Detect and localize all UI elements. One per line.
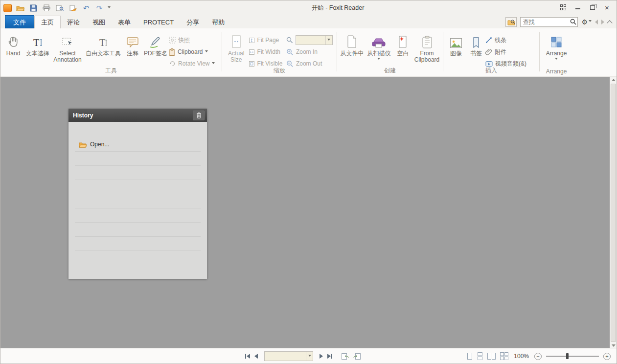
status-bar: 100% − +	[0, 348, 617, 364]
zoom-level-combobox[interactable]	[296, 35, 333, 45]
next-page-button[interactable]	[320, 354, 323, 359]
scroll-down-arrow-icon[interactable]	[612, 344, 616, 347]
save-button[interactable]	[28, 3, 38, 13]
video-audio-icon	[485, 61, 493, 67]
clear-history-button[interactable]	[193, 111, 205, 120]
fit-page-icon	[249, 37, 255, 44]
arrange-button[interactable]: Arrange	[542, 31, 571, 67]
create-from-scanner-label: 从扫描仪	[367, 50, 390, 57]
create-from-clipboard-button[interactable]: From Clipboard	[413, 31, 441, 67]
fit-visible-label: Fit Visible	[257, 61, 283, 67]
folder-open-icon	[16, 4, 24, 11]
app-logo-icon[interactable]	[3, 4, 12, 12]
single-page-view-button[interactable]	[467, 352, 473, 360]
window-title: 开始 - Foxit Reader	[59, 0, 617, 15]
fit-page-button[interactable]: Fit Page	[249, 34, 286, 46]
previous-page-icon	[254, 354, 258, 359]
scanner-icon	[371, 33, 386, 48]
scroll-up-arrow-icon[interactable]	[612, 79, 616, 81]
close-button[interactable]: ×	[600, 2, 614, 12]
zoom-out-circle-button[interactable]: −	[534, 353, 542, 360]
zoom-in-circle-button[interactable]: +	[603, 353, 611, 360]
tab-help[interactable]: 帮助	[206, 16, 231, 28]
vertical-scrollbar[interactable]	[610, 77, 617, 349]
pdf-sign-button[interactable]: PDF签名	[142, 31, 169, 67]
clipboard-button[interactable]: Clipboard	[169, 46, 220, 58]
next-view-button[interactable]	[353, 353, 361, 360]
continuous-facing-view-button[interactable]	[500, 352, 508, 360]
last-page-icon	[327, 354, 331, 359]
text-select-label: 文本选择	[26, 50, 49, 57]
tab-home[interactable]: 主页	[34, 16, 61, 28]
insert-video-audio-label: 视频音频(&)	[495, 61, 526, 67]
tab-protect[interactable]: PROTECT	[137, 16, 180, 28]
snapshot-icon	[169, 37, 176, 44]
tab-file[interactable]: 文件	[5, 15, 34, 28]
settings-button[interactable]: ⚙	[581, 19, 592, 25]
tab-view[interactable]: 视图	[86, 16, 112, 28]
facing-view-button[interactable]	[487, 352, 496, 360]
insert-attachment-button[interactable]: 附件	[485, 46, 536, 58]
page-number-combobox[interactable]	[264, 351, 313, 361]
history-open-item[interactable]: Open...	[75, 137, 201, 152]
chevron-down-icon	[205, 50, 208, 54]
minimize-button[interactable]	[571, 2, 584, 12]
tab-comment[interactable]: 评论	[61, 16, 86, 28]
create-from-file-button[interactable]: 从文件中	[339, 31, 365, 67]
ribbon-group-zoom: Actual Size Fit Page Fit Width Fit Visib…	[222, 28, 337, 76]
ribbon-group-tools: Hand T 文本选择 Select Annotation T	[0, 28, 222, 76]
free-text-icon: T	[97, 33, 109, 48]
find-input[interactable]	[521, 19, 569, 25]
next-page-icon	[320, 354, 323, 359]
history-empty-row	[75, 166, 201, 180]
hand-tool-button[interactable]: Hand	[2, 31, 24, 67]
fit-width-label: Fit Width	[257, 49, 280, 55]
select-annotation-button[interactable]: Select Annotation	[51, 31, 84, 67]
zoom-slider-thumb[interactable]	[566, 353, 569, 359]
page-navigation	[245, 348, 361, 364]
continuous-view-button[interactable]	[477, 352, 483, 360]
first-page-button[interactable]	[245, 354, 250, 359]
zoom-in-button[interactable]: Zoom In	[286, 46, 335, 58]
ribbon-group-insert: 图像 书签 线条 附件	[443, 28, 539, 76]
actual-size-button[interactable]: Actual Size	[224, 31, 249, 67]
zoom-slider[interactable]	[546, 353, 599, 360]
free-text-tool-button[interactable]: T 自由文本工具	[84, 31, 123, 67]
insert-image-button[interactable]: 图像	[445, 31, 467, 67]
find-go-button[interactable]	[569, 18, 577, 26]
tab-form[interactable]: 表单	[112, 16, 137, 28]
history-panel-title: History	[73, 112, 93, 119]
restore-button[interactable]	[586, 2, 599, 12]
clipboard-icon	[169, 48, 175, 56]
collapse-ribbon-button[interactable]	[607, 20, 612, 25]
create-from-clipboard-label: From Clipboard	[413, 50, 441, 63]
comment-button[interactable]: 注释	[123, 31, 142, 67]
previous-view-icon	[342, 353, 349, 360]
insert-line-button[interactable]: 线条	[485, 34, 536, 46]
insert-bookmark-button[interactable]: 书签	[467, 31, 485, 67]
combo-arrow[interactable]	[306, 352, 313, 361]
text-select-button[interactable]: T 文本选择	[24, 31, 51, 67]
zoom-in-icon	[286, 48, 294, 56]
scrollbar-thumb[interactable]	[611, 84, 616, 342]
open-file-button[interactable]	[15, 3, 25, 13]
fit-width-button[interactable]: Fit Width	[249, 46, 286, 58]
tab-share[interactable]: 分享	[180, 16, 206, 28]
ui-layout-button[interactable]	[556, 2, 570, 12]
bookmark-icon	[472, 33, 480, 48]
combo-arrow[interactable]	[325, 36, 332, 45]
next-view-icon	[353, 353, 361, 360]
advanced-search-button[interactable]	[505, 17, 517, 27]
last-page-button[interactable]	[327, 354, 332, 359]
history-back-button[interactable]	[595, 20, 598, 24]
titlebar: ↶ ↷ 开始 - Foxit Reader ×	[0, 0, 617, 15]
previous-view-button[interactable]	[342, 353, 349, 360]
previous-page-button[interactable]	[254, 354, 258, 359]
create-blank-button[interactable]: 空白	[393, 31, 413, 67]
create-from-scanner-button[interactable]: 从扫描仪	[365, 31, 393, 67]
snapshot-button[interactable]: 快照	[169, 34, 220, 46]
print-button[interactable]	[42, 3, 51, 13]
history-forward-button[interactable]	[601, 20, 604, 24]
zoom-level-control	[286, 34, 335, 46]
zoom-level-value	[296, 36, 325, 45]
